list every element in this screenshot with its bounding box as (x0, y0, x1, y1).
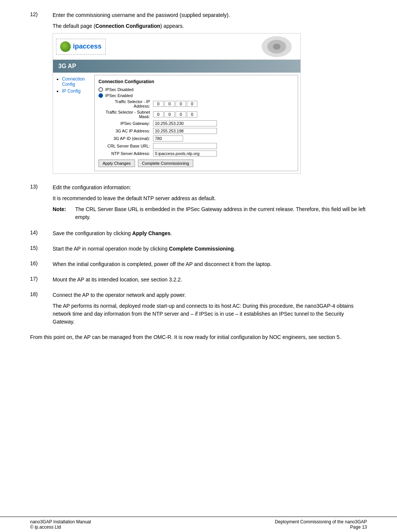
traffic-subnet-1[interactable] (153, 111, 164, 117)
device-logo-area: ipaccess (53, 33, 300, 60)
traffic-subnet-inputs (153, 111, 197, 117)
device-banner-title: 3G AP (58, 63, 76, 70)
step-18-text1: Connect the AP to the operator network a… (53, 291, 367, 299)
radio-disabled-icon[interactable] (98, 87, 103, 92)
step-18-body: Connect the AP to the operator network a… (53, 291, 367, 329)
form-row-3g-ap-id: 3G AP ID (decimal): (98, 135, 294, 141)
traffic-subnet-3[interactable] (176, 111, 186, 117)
radio-disabled-label: IPSec Disabled (105, 87, 133, 92)
traffic-ip-4[interactable] (187, 101, 197, 107)
logo-access: access (79, 43, 102, 50)
traffic-ip-3[interactable] (176, 101, 186, 107)
step-12: 12) Enter the commissioning username and… (30, 11, 367, 179)
config-title: Connection Configuration (98, 79, 294, 84)
step-17-num: 17) (30, 276, 53, 287)
step-16: 16) When the initial configuration is co… (30, 260, 367, 271)
form-row-ntp: NTP Server Address: (98, 150, 294, 157)
step-18-num: 18) (30, 291, 53, 329)
step-14: 14) Save the configuration by clicking A… (30, 230, 367, 240)
traffic-subnet-2[interactable] (164, 111, 175, 117)
step-15-body: Start the AP in normal operation mode by… (53, 245, 367, 256)
nav-item-connection[interactable]: Connection Config (62, 76, 91, 87)
traffic-subnet-label: Traffic Selector - Subnet Mask: (98, 110, 153, 119)
step-15-num: 15) (30, 245, 53, 256)
radio-ipsec-disabled[interactable]: IPSec Disabled (98, 87, 294, 92)
step-18: 18) Connect the AP to the operator netwo… (30, 291, 367, 329)
radio-enabled-icon[interactable] (98, 93, 103, 98)
3g-ap-id-label: 3G AP ID (decimal): (98, 136, 153, 141)
note-label: Note: (53, 205, 75, 221)
device-screenshot: ipaccess 3G AP (53, 33, 301, 174)
device-config-panel: Connection Configuration IPSec Disabled … (94, 75, 298, 171)
radio-ipsec-enabled[interactable]: IPSec Enabled (98, 93, 294, 98)
crl-url-input[interactable] (153, 143, 217, 149)
traffic-subnet-4[interactable] (187, 111, 197, 117)
step-12-text2: The default page (Connection Configurati… (53, 22, 367, 30)
step-17: 17) Mount the AP at its intended locatio… (30, 276, 367, 287)
step-13-text2: It is recommended to leave the default N… (53, 195, 367, 202)
traffic-ip-1[interactable] (153, 101, 164, 107)
svg-point-2 (273, 44, 280, 50)
note-text: The CRL Server Base URL is embedded in t… (75, 205, 367, 221)
button-row: Apply Changes Complete Commissioning (98, 160, 294, 167)
step-14-body: Save the configuration by clicking Apply… (53, 230, 367, 240)
step-12-body: Enter the commissioning username and the… (53, 11, 367, 179)
form-row-crl-url: CRL Server Base URL: (98, 143, 294, 149)
ipsec-gateway-label: IPSec Gateway: (98, 121, 153, 126)
traffic-ip-inputs (153, 101, 197, 107)
step-13: 13) Edit the configuration information: … (30, 184, 367, 225)
step-15-text: Start the AP in normal operation mode by… (53, 245, 367, 253)
logo-box: ipaccess (56, 39, 106, 55)
step-12-text1: Enter the commissioning username and the… (53, 11, 367, 19)
nav-link-connection[interactable]: Connection Config (62, 76, 85, 87)
step-18-text2: The AP performs its normal, deployed mod… (53, 302, 367, 326)
footer-page-num: Page 13 (275, 524, 367, 530)
step-14-text: Save the configuration by clicking Apply… (53, 230, 367, 237)
page-footer: nano3GAP Installation Manual © ip.access… (0, 517, 397, 532)
step-15: 15) Start the AP in normal operation mod… (30, 245, 367, 256)
form-row-traffic-ip: Traffic Selector - IP Address: (98, 99, 294, 108)
note-block: Note: The CRL Server Base URL is embedde… (53, 205, 367, 221)
device-banner: 3G AP (53, 60, 300, 73)
nav-list: Connection Config IP Config (57, 76, 91, 94)
ntp-input[interactable] (153, 150, 217, 157)
step-13-num: 13) (30, 184, 53, 225)
final-paragraph: From this point on, the AP can be manage… (30, 333, 367, 341)
3g-ac-ip-label: 3G AC IP Address: (98, 129, 153, 133)
footer-section-title: Deployment Commissioning of the nano3GAP (275, 519, 367, 524)
nav-link-ip[interactable]: IP Config (62, 88, 80, 94)
footer-manual-title: nano3GAP Installation Manual (30, 519, 91, 524)
logo-graphic (106, 35, 297, 58)
radio-enabled-label: IPSec Enabled (105, 93, 133, 98)
ntp-label: NTP Server Address: (98, 151, 153, 156)
nav-item-ip[interactable]: IP Config (62, 88, 91, 94)
step-16-text: When the initial configuration is comple… (53, 260, 367, 268)
3g-ap-id-input[interactable] (153, 135, 183, 141)
form-row-3g-ac-ip: 3G AC IP Address: (98, 128, 294, 134)
form-row-traffic-subnet: Traffic Selector - Subnet Mask: (98, 110, 294, 119)
ap-graphic (260, 35, 294, 58)
form-row-ipsec-gateway: IPSec Gateway: (98, 120, 294, 126)
device-main: Connection Config IP Config Connection C… (53, 73, 300, 173)
step-17-text: Mount the AP at its intended location, s… (53, 276, 367, 284)
step-13-body: Edit the configuration information: It i… (53, 184, 367, 225)
apply-changes-button[interactable]: Apply Changes (98, 160, 135, 167)
ipsec-gateway-input[interactable] (153, 120, 217, 126)
footer-copyright: © ip.access Ltd (30, 524, 91, 530)
step-16-body: When the initial configuration is comple… (53, 260, 367, 271)
traffic-ip-label: Traffic Selector - IP Address: (98, 99, 153, 108)
complete-commissioning-button[interactable]: Complete Commissioning (138, 160, 193, 167)
logo-ip: ip (73, 43, 79, 50)
traffic-ip-2[interactable] (164, 101, 175, 107)
step-12-num: 12) (30, 11, 53, 179)
device-nav: Connection Config IP Config (53, 73, 94, 173)
step-14-num: 14) (30, 230, 53, 240)
footer-left: nano3GAP Installation Manual © ip.access… (30, 519, 91, 530)
page-content: 12) Enter the commissioning username and… (0, 0, 397, 375)
3g-ac-ip-input[interactable] (153, 128, 217, 134)
crl-url-label: CRL Server Base URL: (98, 144, 153, 148)
step-13-text1: Edit the configuration information: (53, 184, 367, 192)
step-16-num: 16) (30, 260, 53, 271)
footer-right: Deployment Commissioning of the nano3GAP… (275, 519, 367, 530)
logo-circle (60, 41, 71, 52)
